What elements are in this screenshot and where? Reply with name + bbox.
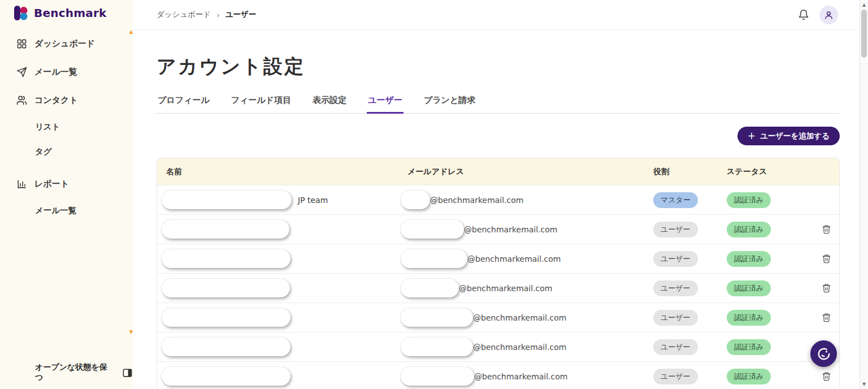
role-cell: ユーザー (653, 310, 727, 326)
sidebar-item-label: メール一覧 (34, 67, 77, 77)
breadcrumb-dashboard[interactable]: ダッシュボード (157, 10, 211, 20)
scrollbar-up-icon[interactable]: ▲ (860, 2, 868, 7)
tab-active[interactable]: ユーザー (367, 95, 403, 114)
role-cell: ユーザー (653, 280, 727, 296)
plus-icon: + (748, 131, 756, 141)
breadcrumb: ダッシュボード › ユーザー (157, 10, 256, 20)
trash-icon[interactable] (822, 313, 831, 322)
page-title: アカウント設定 (157, 54, 840, 80)
trash-icon[interactable] (822, 224, 831, 234)
name-cell (157, 279, 407, 297)
tab[interactable]: フィールド項目 (230, 95, 292, 113)
keep-open-label: オープンな状態を保つ (35, 362, 114, 383)
scrollbar-thumb[interactable] (861, 10, 867, 58)
add-user-label: ユーザーを追加する (760, 131, 830, 141)
sidebar-item[interactable]: ダッシュボード (0, 29, 133, 58)
sidebar-item-label: リスト (35, 122, 60, 132)
table-row: @benchmarkemail.comユーザー認証済み (157, 214, 839, 244)
redacted-name (162, 191, 292, 209)
redacted-name (162, 367, 290, 386)
status-badge: 認証済み (727, 192, 771, 208)
grid-icon (16, 38, 27, 49)
tab[interactable]: プロフィール (157, 95, 211, 113)
tab[interactable]: プランと請求 (423, 95, 476, 113)
redacted-name (162, 220, 289, 239)
trash-cell (823, 371, 839, 381)
role-cell: ユーザー (653, 251, 727, 267)
name-cell: JP team (157, 191, 407, 209)
status-badge: 認証済み (727, 222, 771, 237)
role-cell: ユーザー (653, 339, 727, 355)
sidebar-toggle-icon[interactable] (122, 368, 133, 378)
status-badge: 認証済み (727, 369, 771, 384)
trash-icon[interactable] (822, 371, 831, 381)
header-name: 名前 (157, 167, 407, 177)
role-cell: マスター (653, 192, 727, 208)
role-badge: ユーザー (653, 339, 698, 355)
redacted-name (162, 279, 290, 297)
benchmark-logo[interactable]: Benchmark (12, 5, 106, 21)
redacted-email (401, 367, 474, 386)
sidebar-item[interactable]: メール一覧 (0, 198, 133, 223)
page-scrollbar[interactable]: ▲ ▼ (860, 0, 868, 389)
trash-icon[interactable] (822, 283, 831, 293)
role-cell: ユーザー (653, 222, 727, 237)
sidebar-item[interactable]: リスト (0, 114, 133, 139)
email-domain: @benchmarkemail.com (473, 313, 566, 322)
sidebar-item-label: タグ (35, 146, 52, 157)
actions-row: + ユーザーを追加する (157, 127, 840, 145)
redacted-name (162, 308, 290, 327)
sidebar-item[interactable]: レポート (0, 170, 133, 198)
people-icon (16, 95, 27, 106)
sidebar-item[interactable]: タグ (0, 139, 133, 164)
sidebar: Benchmark ▲ ダッシュボードメール一覧コンタクトリストタグレポートメー… (0, 0, 133, 389)
name-suffix: JP team (298, 196, 328, 205)
status-badge: 認証済み (727, 280, 771, 296)
header-status: ステータス (727, 167, 823, 177)
email-domain: @benchmarkemail.com (430, 196, 523, 205)
email-domain: @benchmarkemail.com (474, 372, 567, 381)
table-body: JP team@benchmarkemail.comマスター認証済み@bench… (157, 185, 839, 389)
redacted-email (401, 220, 464, 239)
status-cell: 認証済み (727, 222, 823, 237)
chart-icon (16, 179, 27, 189)
notification-bell-icon[interactable] (798, 9, 809, 20)
table-row: @benchmarkemail.comユーザー認証済み (157, 244, 839, 273)
email-cell: @benchmarkemail.com (407, 308, 653, 327)
status-cell: 認証済み (727, 280, 823, 296)
table-row: @benchmarkemail.comユーザー認証済み (157, 273, 839, 302)
scrollbar-down-icon[interactable]: ▼ (860, 382, 868, 387)
users-table: 名前 メールアドレス 役割 ステータス JP team@benchmarkema… (157, 158, 840, 389)
email-cell: @benchmarkemail.com (407, 367, 653, 386)
breadcrumb-separator-icon: › (216, 11, 219, 19)
status-badge: 認証済み (727, 310, 771, 326)
status-badge: 認証済み (727, 339, 771, 355)
trash-cell (823, 224, 839, 234)
redacted-email (401, 308, 473, 327)
table-row: @benchmarkemail.comユーザー認証済み (157, 332, 839, 361)
benchmark-logo-mark (12, 5, 29, 21)
help-chat-button[interactable] (810, 340, 837, 367)
name-cell (157, 308, 407, 327)
tab[interactable]: 表示設定 (311, 95, 348, 113)
sidebar-item[interactable]: メール一覧 (0, 58, 133, 86)
sidebar-item-label: コンタクト (34, 95, 78, 106)
sidebar-footer: オープンな状態を保つ (35, 362, 133, 383)
add-user-button[interactable]: + ユーザーを追加する (737, 127, 840, 145)
email-domain: @benchmarkemail.com (464, 225, 557, 234)
name-cell (157, 338, 407, 356)
role-badge: ユーザー (653, 222, 698, 237)
trash-icon[interactable] (822, 254, 831, 263)
email-domain: @benchmarkemail.com (473, 343, 566, 352)
role-cell: ユーザー (653, 369, 727, 384)
redacted-email (401, 338, 473, 356)
user-avatar[interactable] (819, 6, 838, 24)
table-row: @benchmarkemail.comユーザー認証済み (157, 361, 839, 389)
sidebar-item[interactable]: コンタクト (0, 86, 133, 114)
sidebar-item-label: ダッシュボード (34, 38, 95, 49)
trash-cell (823, 254, 839, 263)
redacted-email (401, 249, 467, 268)
send-icon (16, 67, 27, 77)
role-badge: ユーザー (653, 310, 698, 326)
topbar-actions (798, 6, 838, 24)
